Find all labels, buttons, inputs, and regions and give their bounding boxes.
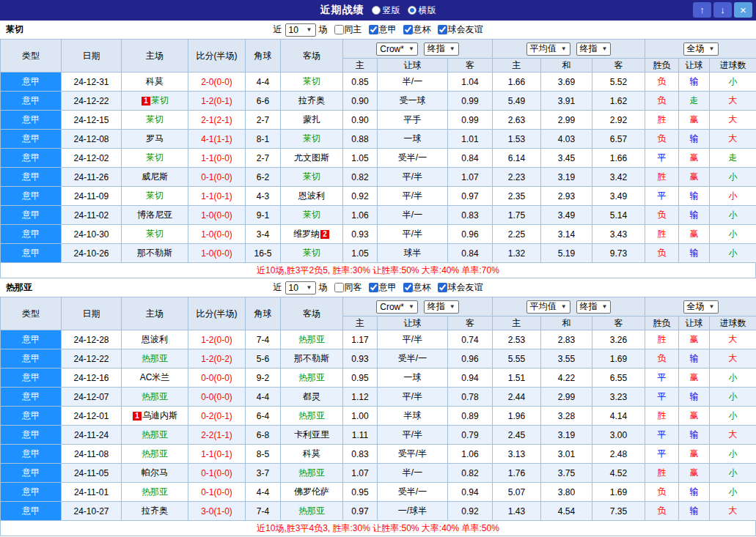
league-cell[interactable]: 意甲 [1, 168, 62, 187]
league-cell[interactable]: 意甲 [1, 206, 62, 225]
euro-time-select[interactable]: 终指▼ [576, 42, 612, 56]
team-link[interactable]: 拉齐奥 [298, 95, 325, 105]
league-cell[interactable]: 意甲 [1, 130, 62, 149]
team-link[interactable]: 莱切 [303, 76, 320, 86]
team-link[interactable]: 佛罗伦萨 [294, 486, 329, 497]
team-link[interactable]: 莱切 [303, 171, 320, 182]
team-link[interactable]: 热那亚 [298, 334, 325, 344]
team-link[interactable]: 莱切 [303, 133, 320, 144]
league-cell[interactable]: 意甲 [1, 502, 62, 521]
match-count-select[interactable]: 10▼ [285, 281, 316, 295]
scroll-up-button[interactable]: ↑ [693, 2, 711, 18]
league-cell[interactable]: 意甲 [1, 369, 62, 388]
team-link[interactable]: 卡利亚里 [294, 429, 329, 440]
team-link[interactable]: 科莫 [146, 76, 164, 86]
team-link[interactable]: 拉齐奥 [142, 505, 168, 516]
euro-bookmaker-select[interactable]: 平均值▼ [526, 300, 570, 314]
league-cell[interactable]: 意甲 [1, 92, 62, 111]
league-cell[interactable]: 意甲 [1, 388, 62, 407]
asia-home-odds-cell: 0.90 [343, 111, 378, 130]
league-filter[interactable]: 意甲 [369, 281, 397, 294]
home-team-cell: 莱切 [122, 111, 188, 130]
team-link[interactable]: 莱切 [151, 95, 169, 105]
league-cell[interactable]: 意甲 [1, 464, 62, 483]
league-cell[interactable]: 意甲 [1, 483, 62, 502]
cup-checkbox[interactable] [403, 283, 413, 292]
match-count-select[interactable]: 10▼ [285, 23, 316, 37]
team-link[interactable]: 莱切 [146, 190, 164, 201]
team-link[interactable]: 热那亚 [142, 391, 168, 401]
asia-time-select[interactable]: 终指▼ [424, 300, 459, 314]
team-link[interactable]: 热那亚 [142, 448, 168, 459]
team-link[interactable]: 热那亚 [298, 467, 325, 478]
team-link[interactable]: 莱切 [146, 114, 164, 125]
team-link[interactable]: 蒙扎 [303, 114, 320, 125]
same-venue-filter[interactable]: 同主 [334, 23, 362, 36]
team-link[interactable]: 热那亚 [298, 505, 325, 516]
league-cell[interactable]: 意甲 [1, 407, 62, 426]
league-cell[interactable]: 意甲 [1, 445, 62, 464]
friendly-checkbox[interactable] [438, 283, 447, 292]
team-link[interactable]: 热那亚 [142, 486, 168, 497]
cup-filter[interactable]: 意杯 [403, 23, 431, 36]
col-header-corner: 角球 [246, 297, 281, 330]
team-link[interactable]: 那不勒斯 [137, 248, 172, 258]
team-link[interactable]: 莱切 [303, 248, 320, 258]
asia-handicap-cell: 半/一 [378, 206, 448, 225]
league-checkbox[interactable] [369, 283, 378, 292]
league-cell[interactable]: 意甲 [1, 349, 62, 369]
asia-time-select[interactable]: 终指▼ [424, 42, 459, 56]
friendly-label: 球会友谊 [448, 23, 483, 36]
team-link[interactable]: 恩波利 [298, 190, 325, 201]
team-link[interactable]: 尤文图斯 [294, 152, 329, 163]
friendly-filter[interactable]: 球会友谊 [438, 281, 483, 294]
handicap-result-cell: 赢 [679, 407, 710, 426]
layout-horizontal-radio[interactable]: 横版 [408, 4, 436, 17]
team-link[interactable]: 莱切 [146, 152, 164, 163]
scope-select[interactable]: 全场▼ [683, 300, 719, 314]
asia-bookmaker-select[interactable]: Crow*▼ [376, 300, 418, 314]
league-cell[interactable]: 意甲 [1, 330, 62, 349]
league-cell[interactable]: 意甲 [1, 111, 62, 130]
same-venue-checkbox[interactable] [334, 25, 344, 34]
team-link[interactable]: 那不勒斯 [294, 353, 329, 363]
team-link[interactable]: 乌迪内斯 [142, 410, 177, 421]
euro-bookmaker-select[interactable]: 平均值▼ [526, 42, 570, 56]
team-link[interactable]: 都灵 [303, 391, 320, 401]
team-link[interactable]: AC米兰 [140, 372, 170, 382]
team-link[interactable]: 科莫 [303, 448, 320, 459]
scope-select[interactable]: 全场▼ [683, 42, 719, 56]
league-cell[interactable]: 意甲 [1, 225, 62, 244]
same-venue-checkbox[interactable] [334, 283, 344, 292]
team-link[interactable]: 热那亚 [298, 372, 325, 382]
team-link[interactable]: 威尼斯 [142, 171, 168, 182]
league-cell[interactable]: 意甲 [1, 73, 62, 92]
team-link[interactable]: 帕尔马 [142, 467, 168, 478]
team-link[interactable]: 热那亚 [142, 429, 168, 440]
team-link[interactable]: 维罗纳 [293, 229, 320, 239]
friendly-filter[interactable]: 球会友谊 [438, 23, 483, 36]
asia-bookmaker-select[interactable]: Crow*▼ [376, 42, 418, 56]
league-cell[interactable]: 意甲 [1, 426, 62, 445]
team-link[interactable]: 热那亚 [298, 410, 325, 421]
euro-time-select[interactable]: 终指▼ [576, 300, 612, 314]
team-link[interactable]: 罗马 [146, 133, 164, 144]
team-link[interactable]: 恩波利 [142, 334, 168, 344]
team-link[interactable]: 莱切 [303, 210, 320, 220]
scroll-down-button[interactable]: ↓ [713, 2, 732, 18]
close-button[interactable]: × [734, 2, 752, 18]
league-filter[interactable]: 意甲 [369, 23, 397, 36]
euro-home-odds-cell: 2.45 [493, 426, 541, 445]
same-venue-filter[interactable]: 同客 [334, 281, 362, 294]
team-link[interactable]: 莱切 [146, 229, 164, 239]
layout-vertical-radio[interactable]: 竖版 [372, 4, 400, 17]
team-link[interactable]: 热那亚 [142, 353, 168, 363]
league-cell[interactable]: 意甲 [1, 187, 62, 206]
team-link[interactable]: 博洛尼亚 [137, 210, 172, 220]
league-checkbox[interactable] [369, 25, 378, 34]
league-cell[interactable]: 意甲 [1, 244, 62, 263]
cup-checkbox[interactable] [403, 25, 413, 34]
league-cell[interactable]: 意甲 [1, 149, 62, 168]
cup-filter[interactable]: 意杯 [403, 281, 431, 294]
friendly-checkbox[interactable] [438, 25, 447, 34]
